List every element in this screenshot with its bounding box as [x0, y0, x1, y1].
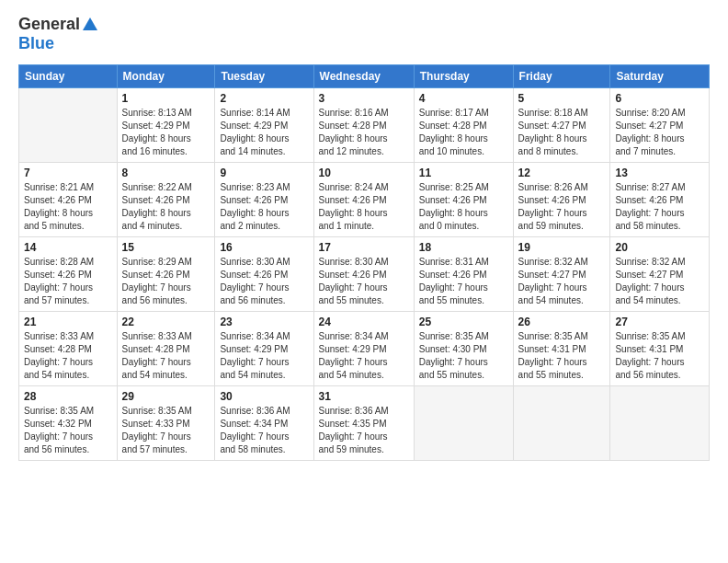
calendar-cell	[19, 88, 118, 163]
day-number: 18	[419, 241, 508, 254]
calendar-cell: 10Sunrise: 8:24 AMSunset: 4:26 PMDayligh…	[313, 163, 414, 237]
day-info: Sunrise: 8:27 AMSunset: 4:26 PMDaylight:…	[615, 181, 704, 233]
day-number: 3	[319, 92, 409, 105]
day-info: Sunrise: 8:35 AMSunset: 4:33 PMDaylight:…	[122, 405, 210, 456]
calendar-cell: 4Sunrise: 8:17 AMSunset: 4:28 PMDaylight…	[414, 88, 513, 163]
day-info: Sunrise: 8:35 AMSunset: 4:30 PMDaylight:…	[419, 330, 508, 382]
day-info: Sunrise: 8:34 AMSunset: 4:29 PMDaylight:…	[220, 330, 308, 382]
calendar-cell: 18Sunrise: 8:31 AMSunset: 4:26 PMDayligh…	[414, 237, 513, 312]
calendar-cell: 15Sunrise: 8:29 AMSunset: 4:26 PMDayligh…	[117, 237, 215, 312]
day-info: Sunrise: 8:25 AMSunset: 4:26 PMDaylight:…	[419, 181, 508, 233]
day-info: Sunrise: 8:20 AMSunset: 4:27 PMDaylight:…	[615, 107, 704, 158]
calendar-cell: 28Sunrise: 8:35 AMSunset: 4:32 PMDayligh…	[19, 386, 118, 461]
day-info: Sunrise: 8:33 AMSunset: 4:28 PMDaylight:…	[122, 330, 210, 382]
calendar-week-row: 21Sunrise: 8:33 AMSunset: 4:28 PMDayligh…	[19, 312, 710, 386]
calendar-cell: 20Sunrise: 8:32 AMSunset: 4:27 PMDayligh…	[610, 237, 710, 312]
day-number: 5	[518, 92, 606, 105]
calendar-cell: 25Sunrise: 8:35 AMSunset: 4:30 PMDayligh…	[414, 312, 513, 386]
day-info: Sunrise: 8:21 AMSunset: 4:26 PMDaylight:…	[24, 181, 112, 233]
day-number: 16	[220, 241, 308, 254]
col-header-saturday: Saturday	[610, 65, 710, 88]
calendar-cell: 14Sunrise: 8:28 AMSunset: 4:26 PMDayligh…	[19, 237, 118, 312]
day-info: Sunrise: 8:13 AMSunset: 4:29 PMDaylight:…	[122, 107, 210, 158]
col-header-tuesday: Tuesday	[215, 65, 313, 88]
day-info: Sunrise: 8:31 AMSunset: 4:26 PMDaylight:…	[419, 256, 508, 307]
day-info: Sunrise: 8:16 AMSunset: 4:28 PMDaylight:…	[319, 107, 409, 158]
logo: General Blue	[18, 15, 98, 53]
day-info: Sunrise: 8:17 AMSunset: 4:28 PMDaylight:…	[419, 107, 508, 158]
calendar-cell: 3Sunrise: 8:16 AMSunset: 4:28 PMDaylight…	[313, 88, 414, 163]
calendar-cell: 17Sunrise: 8:30 AMSunset: 4:26 PMDayligh…	[313, 237, 414, 312]
day-number: 29	[122, 390, 210, 403]
calendar-cell: 22Sunrise: 8:33 AMSunset: 4:28 PMDayligh…	[117, 312, 215, 386]
calendar-cell: 31Sunrise: 8:36 AMSunset: 4:35 PMDayligh…	[313, 386, 414, 461]
logo-triangle-icon	[83, 17, 97, 30]
calendar-cell: 6Sunrise: 8:20 AMSunset: 4:27 PMDaylight…	[610, 88, 710, 163]
day-number: 23	[220, 316, 308, 328]
day-info: Sunrise: 8:28 AMSunset: 4:26 PMDaylight:…	[24, 256, 112, 307]
logo-general: General	[18, 15, 80, 34]
day-number: 20	[615, 241, 704, 254]
day-info: Sunrise: 8:23 AMSunset: 4:26 PMDaylight:…	[220, 181, 308, 233]
day-info: Sunrise: 8:14 AMSunset: 4:29 PMDaylight:…	[220, 107, 308, 158]
day-number: 28	[24, 390, 112, 403]
calendar-week-row: 1Sunrise: 8:13 AMSunset: 4:29 PMDaylight…	[19, 88, 710, 163]
day-number: 14	[24, 241, 112, 254]
day-number: 9	[220, 167, 308, 179]
day-number: 8	[122, 167, 210, 179]
calendar-cell	[610, 386, 710, 461]
day-number: 21	[24, 316, 112, 328]
day-number: 11	[419, 167, 508, 179]
day-info: Sunrise: 8:34 AMSunset: 4:29 PMDaylight:…	[319, 330, 409, 382]
calendar-cell: 30Sunrise: 8:36 AMSunset: 4:34 PMDayligh…	[215, 386, 313, 461]
calendar-cell: 9Sunrise: 8:23 AMSunset: 4:26 PMDaylight…	[215, 163, 313, 237]
day-number: 1	[122, 92, 210, 105]
header: General Blue	[18, 15, 710, 53]
day-info: Sunrise: 8:29 AMSunset: 4:26 PMDaylight:…	[122, 256, 210, 307]
calendar-cell: 16Sunrise: 8:30 AMSunset: 4:26 PMDayligh…	[215, 237, 313, 312]
calendar-cell: 12Sunrise: 8:26 AMSunset: 4:26 PMDayligh…	[513, 163, 610, 237]
calendar-header-row: SundayMondayTuesdayWednesdayThursdayFrid…	[19, 65, 710, 88]
day-number: 30	[220, 390, 308, 403]
calendar-cell: 26Sunrise: 8:35 AMSunset: 4:31 PMDayligh…	[513, 312, 610, 386]
day-number: 4	[419, 92, 508, 105]
day-number: 19	[518, 241, 606, 254]
calendar-cell	[414, 386, 513, 461]
calendar-cell: 23Sunrise: 8:34 AMSunset: 4:29 PMDayligh…	[215, 312, 313, 386]
calendar-cell: 27Sunrise: 8:35 AMSunset: 4:31 PMDayligh…	[610, 312, 710, 386]
col-header-monday: Monday	[117, 65, 215, 88]
calendar-cell: 21Sunrise: 8:33 AMSunset: 4:28 PMDayligh…	[19, 312, 118, 386]
calendar-cell: 24Sunrise: 8:34 AMSunset: 4:29 PMDayligh…	[313, 312, 414, 386]
day-number: 26	[518, 316, 606, 328]
calendar-cell: 5Sunrise: 8:18 AMSunset: 4:27 PMDaylight…	[513, 88, 610, 163]
day-info: Sunrise: 8:35 AMSunset: 4:32 PMDaylight:…	[24, 405, 112, 456]
day-info: Sunrise: 8:24 AMSunset: 4:26 PMDaylight:…	[319, 181, 409, 233]
calendar-cell: 8Sunrise: 8:22 AMSunset: 4:26 PMDaylight…	[117, 163, 215, 237]
calendar-week-row: 28Sunrise: 8:35 AMSunset: 4:32 PMDayligh…	[19, 386, 710, 461]
day-number: 2	[220, 92, 308, 105]
day-info: Sunrise: 8:35 AMSunset: 4:31 PMDaylight:…	[518, 330, 606, 382]
col-header-sunday: Sunday	[19, 65, 118, 88]
calendar-cell: 19Sunrise: 8:32 AMSunset: 4:27 PMDayligh…	[513, 237, 610, 312]
day-info: Sunrise: 8:36 AMSunset: 4:34 PMDaylight:…	[220, 405, 308, 456]
day-info: Sunrise: 8:32 AMSunset: 4:27 PMDaylight:…	[518, 256, 606, 307]
calendar-cell: 7Sunrise: 8:21 AMSunset: 4:26 PMDaylight…	[19, 163, 118, 237]
day-number: 15	[122, 241, 210, 254]
day-info: Sunrise: 8:36 AMSunset: 4:35 PMDaylight:…	[319, 405, 409, 456]
calendar-cell: 1Sunrise: 8:13 AMSunset: 4:29 PMDaylight…	[117, 88, 215, 163]
day-info: Sunrise: 8:30 AMSunset: 4:26 PMDaylight:…	[319, 256, 409, 307]
col-header-friday: Friday	[513, 65, 610, 88]
day-info: Sunrise: 8:30 AMSunset: 4:26 PMDaylight:…	[220, 256, 308, 307]
calendar-cell: 29Sunrise: 8:35 AMSunset: 4:33 PMDayligh…	[117, 386, 215, 461]
day-number: 17	[319, 241, 409, 254]
day-info: Sunrise: 8:35 AMSunset: 4:31 PMDaylight:…	[615, 330, 704, 382]
day-number: 13	[615, 167, 704, 179]
page: General Blue SundayMondayTuesdayWednesda…	[0, 0, 728, 563]
calendar-cell	[513, 386, 610, 461]
col-header-thursday: Thursday	[414, 65, 513, 88]
calendar-table: SundayMondayTuesdayWednesdayThursdayFrid…	[18, 64, 710, 461]
logo-blue: Blue	[18, 34, 54, 52]
day-info: Sunrise: 8:32 AMSunset: 4:27 PMDaylight:…	[615, 256, 704, 307]
calendar-week-row: 14Sunrise: 8:28 AMSunset: 4:26 PMDayligh…	[19, 237, 710, 312]
day-info: Sunrise: 8:33 AMSunset: 4:28 PMDaylight:…	[24, 330, 112, 382]
